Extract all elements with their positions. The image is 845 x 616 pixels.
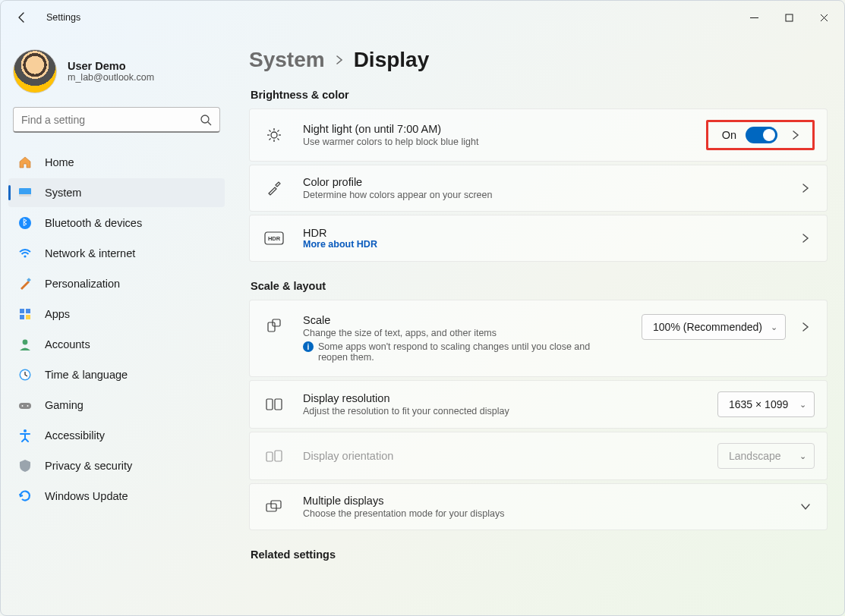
window-title: Settings — [46, 12, 80, 23]
section-title-related: Related settings — [251, 548, 828, 561]
apps-icon — [17, 306, 33, 322]
svg-line-28 — [277, 130, 279, 132]
eyedropper-icon — [260, 180, 288, 196]
card-multiple-displays[interactable]: Multiple displays Choose the presentatio… — [249, 483, 828, 530]
card-color-profile[interactable]: Color profile Determine how colors appea… — [249, 165, 828, 212]
sidebar-item-update[interactable]: Windows Update — [8, 482, 225, 511]
clock-icon — [17, 367, 33, 382]
hdr-icon: HDR — [260, 231, 288, 245]
hdr-more-link[interactable]: More about HDR — [303, 239, 781, 250]
sidebar-item-time[interactable]: Time & language — [8, 360, 225, 389]
expand-chevron[interactable] — [787, 130, 805, 140]
sidebar-item-home[interactable]: Home — [8, 148, 225, 177]
sidebar: User Demo m_lab@outlook.com Home System — [1, 34, 232, 615]
sidebar-item-label: Accessibility — [45, 429, 105, 442]
gamepad-icon — [17, 398, 33, 413]
sidebar-item-accessibility[interactable]: Accessibility — [8, 421, 225, 450]
svg-line-27 — [270, 138, 271, 140]
svg-line-26 — [277, 138, 279, 140]
maximize-button[interactable] — [771, 5, 806, 30]
sidebar-item-label: Bluetooth & devices — [45, 217, 142, 229]
minimize-button[interactable] — [736, 5, 771, 30]
dropdown-value: 100% (Recommended) — [653, 321, 762, 333]
shield-icon — [17, 458, 33, 473]
svg-point-2 — [201, 115, 209, 123]
svg-point-17 — [22, 405, 24, 407]
svg-rect-36 — [275, 451, 282, 461]
breadcrumb-current: Display — [354, 48, 430, 72]
scale-dropdown[interactable]: 100% (Recommended) ⌄ — [642, 314, 786, 340]
expand-chevron[interactable] — [796, 234, 815, 243]
card-scale[interactable]: Scale Change the size of text, apps, and… — [249, 300, 828, 377]
sidebar-item-label: Privacy & security — [45, 460, 132, 472]
search-box[interactable] — [13, 107, 220, 133]
night-light-toggle[interactable] — [746, 127, 777, 143]
sidebar-item-gaming[interactable]: Gaming — [8, 391, 225, 420]
card-title: Night light (on until 7:00 AM) — [303, 123, 691, 135]
svg-rect-31 — [268, 322, 275, 332]
svg-rect-1 — [786, 14, 793, 21]
svg-rect-12 — [26, 315, 30, 319]
card-subtitle: Determine how colors appear on your scre… — [303, 190, 781, 200]
nav-list: Home System Bluetooth & devices Network … — [8, 148, 225, 511]
svg-rect-5 — [19, 194, 31, 196]
night-light-icon — [260, 127, 288, 143]
sidebar-item-accounts[interactable]: Accounts — [8, 330, 225, 359]
back-button[interactable] — [10, 5, 34, 30]
breadcrumb-parent[interactable]: System — [249, 48, 325, 72]
user-name: User Demo — [68, 60, 154, 72]
card-resolution[interactable]: Display resolution Adjust the resolution… — [249, 380, 828, 429]
orientation-dropdown: Landscape ⌄ — [717, 443, 815, 469]
close-button[interactable] — [806, 5, 841, 30]
sidebar-item-label: Personalization — [45, 278, 120, 290]
chevron-down-icon: ⌄ — [799, 451, 806, 461]
card-night-light[interactable]: Night light (on until 7:00 AM) Use warme… — [249, 108, 828, 162]
sidebar-item-system[interactable]: System — [8, 178, 225, 207]
chevron-right-icon — [334, 55, 345, 65]
card-subtitle: Use warmer colors to help block blue lig… — [303, 137, 691, 147]
sidebar-item-apps[interactable]: Apps — [8, 300, 225, 328]
svg-point-19 — [24, 429, 27, 432]
sidebar-item-network[interactable]: Network & internet — [8, 239, 225, 268]
svg-rect-16 — [19, 403, 31, 409]
card-hdr[interactable]: HDR HDR More about HDR — [249, 215, 828, 262]
svg-rect-11 — [20, 315, 24, 319]
chevron-down-icon: ⌄ — [799, 400, 806, 410]
svg-rect-34 — [275, 399, 282, 410]
svg-point-20 — [271, 132, 277, 138]
card-title: Color profile — [303, 176, 781, 188]
expand-chevron[interactable] — [796, 184, 815, 193]
scale-note-text: Some apps won't respond to scaling chang… — [318, 341, 622, 363]
sidebar-item-bluetooth[interactable]: Bluetooth & devices — [8, 209, 225, 237]
night-light-toggle-highlight: On — [706, 120, 815, 150]
expand-chevron[interactable] — [796, 322, 815, 332]
orientation-icon — [260, 448, 288, 464]
update-icon — [17, 489, 33, 504]
svg-rect-10 — [26, 309, 30, 313]
resolution-icon — [260, 397, 288, 412]
svg-point-7 — [24, 255, 26, 257]
sidebar-item-label: Accounts — [45, 338, 90, 350]
chevron-down-icon: ⌄ — [771, 322, 777, 332]
svg-line-3 — [208, 122, 211, 125]
card-subtitle: Adjust the resolution to fit your connec… — [303, 406, 702, 416]
section-title-scale: Scale & layout — [251, 280, 828, 292]
multiple-displays-icon — [260, 499, 288, 514]
svg-rect-35 — [266, 452, 273, 461]
sidebar-item-personalization[interactable]: Personalization — [8, 269, 225, 298]
sidebar-item-privacy[interactable]: Privacy & security — [8, 451, 225, 480]
main-content: System Display Brightness & color Night … — [232, 34, 844, 615]
svg-rect-8 — [27, 278, 31, 282]
profile-block[interactable]: User Demo m_lab@outlook.com — [8, 45, 225, 104]
scale-icon — [260, 317, 288, 334]
accessibility-icon — [17, 428, 33, 443]
search-input[interactable] — [21, 114, 200, 126]
dropdown-value: Landscape — [729, 450, 781, 462]
person-icon — [17, 337, 33, 352]
resolution-dropdown[interactable]: 1635 × 1099 ⌄ — [717, 391, 815, 417]
card-title: Display resolution — [303, 392, 702, 404]
svg-rect-9 — [20, 309, 24, 313]
system-icon — [17, 185, 33, 200]
expand-chevron-down[interactable] — [796, 502, 815, 511]
card-title: Multiple displays — [303, 495, 781, 507]
